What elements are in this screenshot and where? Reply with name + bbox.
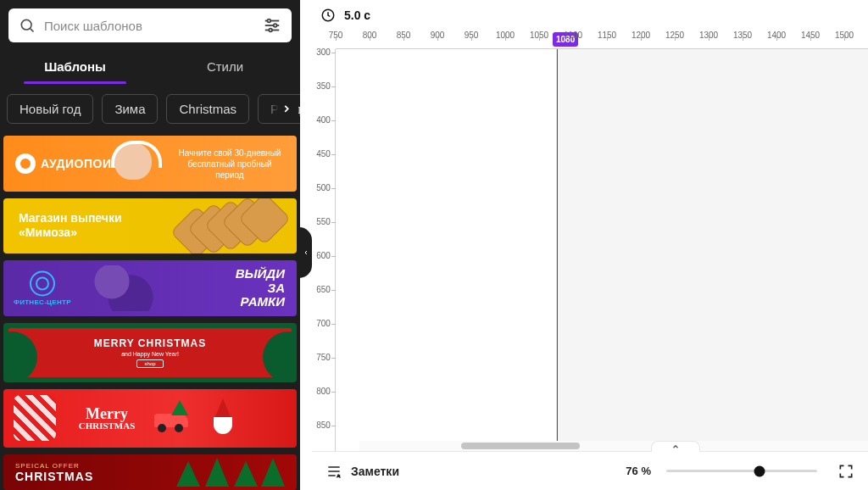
template-merry-festive[interactable]: MerryCHRISTMAS bbox=[3, 389, 297, 448]
zoom-slider-knob[interactable] bbox=[754, 465, 765, 476]
ruler-tick: 1150 bbox=[590, 31, 624, 40]
footer-bar: Заметки 76 % bbox=[312, 451, 868, 490]
templates-list: АУДИОПОИСК Начните свой 30-дневный беспл… bbox=[0, 136, 300, 490]
search-wrap bbox=[0, 0, 300, 47]
main: 5.0 с 1080 75080085090095010001050110011… bbox=[312, 0, 868, 490]
ruler-tick: 850 bbox=[387, 31, 420, 40]
ruler-tick: 1500 bbox=[827, 31, 861, 40]
horizontal-scrollbar[interactable] bbox=[359, 441, 868, 451]
chevron-right-icon bbox=[281, 103, 292, 114]
horizontal-ruler[interactable]: 1080 75080085090095010001050110011501200… bbox=[336, 31, 868, 49]
search-input[interactable] bbox=[44, 19, 254, 33]
sidebar-tabs: Шаблоны Стили bbox=[0, 47, 300, 84]
truck-illustration bbox=[154, 404, 205, 432]
ruler-tick: 650 bbox=[312, 285, 335, 294]
notes-label[interactable]: Заметки bbox=[351, 465, 399, 478]
ruler-tick: 1350 bbox=[726, 31, 760, 40]
headphones-illustration bbox=[101, 136, 169, 192]
notes-icon[interactable] bbox=[326, 463, 342, 480]
guide-line[interactable] bbox=[557, 49, 558, 451]
bread-illustration bbox=[170, 198, 297, 254]
canvas-area: 1080 75080085090095010001050110011501200… bbox=[312, 31, 868, 451]
ruler-tick: 1250 bbox=[658, 31, 692, 40]
chips-scroll-right[interactable] bbox=[263, 97, 298, 120]
template-christmas-offer[interactable]: SPEICAL OFFER CHRISTMAS bbox=[3, 454, 297, 490]
ruler-tick: 450 bbox=[312, 149, 335, 159]
svg-point-3 bbox=[268, 19, 271, 23]
duration-row[interactable]: 5.0 с bbox=[312, 0, 868, 31]
duration-value: 5.0 с bbox=[344, 8, 370, 22]
chip-newyear[interactable]: Новый год bbox=[7, 94, 93, 124]
ruler-tick: 300 bbox=[312, 47, 335, 57]
ruler-tick: 850 bbox=[312, 420, 335, 430]
footer-expand-tab[interactable] bbox=[651, 441, 700, 452]
template-fitness[interactable]: ФИТНЕС-ЦЕНТР ВЫЙДИЗАРАМКИ bbox=[3, 260, 297, 316]
ruler-tick: 1050 bbox=[522, 31, 556, 40]
template-merry-festive-text: MerryCHRISTMAS bbox=[61, 407, 153, 431]
zoom-value[interactable]: 76 % bbox=[626, 465, 651, 477]
clock-icon bbox=[320, 8, 336, 23]
canvas-page[interactable] bbox=[336, 49, 557, 451]
ruler-tick: 1000 bbox=[488, 31, 522, 40]
ruler-tick: 600 bbox=[312, 251, 335, 260]
ruler-tick: 900 bbox=[420, 31, 454, 40]
svg-point-5 bbox=[274, 24, 277, 27]
search-icon bbox=[19, 17, 36, 34]
vertical-ruler[interactable]: 300350400450500550600650700750800850 bbox=[312, 49, 336, 451]
ruler-tick: 800 bbox=[353, 31, 387, 40]
template-fitness-text: ВЫЙДИЗАРАМКИ bbox=[236, 267, 285, 309]
ruler-tick: 1200 bbox=[624, 31, 658, 40]
template-audio[interactable]: АУДИОПОИСК Начните свой 30-дневный беспл… bbox=[3, 136, 297, 192]
candy-illustration bbox=[14, 395, 56, 441]
template-merry-title: MERRY CHRISTMAS bbox=[94, 337, 206, 349]
chips-row: Новый год Зима Christmas Рождес bbox=[0, 84, 300, 136]
template-merry-btn: shop bbox=[136, 359, 163, 368]
ruler-tick: 1400 bbox=[760, 31, 793, 40]
svg-point-7 bbox=[269, 29, 272, 32]
template-merry-frame[interactable]: MERRY CHRISTMAS and Happy New Year! shop bbox=[3, 323, 297, 382]
ruler-tick: 700 bbox=[312, 319, 335, 328]
fullscreen-icon[interactable] bbox=[837, 463, 854, 480]
template-fitness-logo: ФИТНЕС-ЦЕНТР bbox=[14, 271, 71, 306]
fitness-illustration bbox=[75, 265, 168, 311]
ruler-tick: 950 bbox=[454, 31, 488, 40]
chip-winter[interactable]: Зима bbox=[102, 94, 158, 124]
scrollbar-thumb[interactable] bbox=[461, 443, 580, 449]
svg-line-1 bbox=[31, 29, 34, 32]
zoom-slider[interactable] bbox=[666, 470, 817, 472]
trees-illustration bbox=[156, 456, 292, 488]
ruler-tick: 800 bbox=[312, 387, 335, 396]
ruler-tick: 400 bbox=[312, 115, 335, 125]
tab-styles[interactable]: Стили bbox=[150, 47, 300, 84]
template-audio-text: Начните свой 30-дневный бесплатный пробн… bbox=[175, 147, 285, 180]
ruler-tick: 1300 bbox=[692, 31, 726, 40]
panel-divider bbox=[300, 0, 312, 490]
search-box[interactable] bbox=[8, 8, 292, 42]
chevron-left-icon bbox=[303, 248, 309, 258]
ruler-tick: 350 bbox=[312, 81, 335, 91]
template-bakery-text: Магазин выпечки«Мимоза» bbox=[19, 211, 122, 241]
wreath-icon bbox=[263, 331, 292, 377]
ruler-tick: 550 bbox=[312, 217, 335, 226]
template-merry-sub: and Happy New Year! bbox=[121, 351, 179, 357]
filter-icon[interactable] bbox=[263, 16, 281, 35]
collapse-panel-button[interactable] bbox=[299, 227, 312, 278]
svg-point-0 bbox=[21, 19, 31, 30]
gnome-illustration bbox=[209, 397, 237, 439]
wreath-icon bbox=[8, 331, 37, 377]
chip-christmas-en[interactable]: Christmas bbox=[166, 94, 249, 124]
ruler-tick: 500 bbox=[312, 183, 335, 192]
canvas-viewport[interactable] bbox=[336, 49, 868, 451]
ruler-tick: 1100 bbox=[556, 31, 590, 40]
template-bakery[interactable]: Магазин выпечки«Мимоза» bbox=[3, 198, 297, 254]
chevron-up-icon bbox=[670, 443, 681, 451]
ruler-tick: 1450 bbox=[793, 31, 827, 40]
tab-templates[interactable]: Шаблоны bbox=[0, 47, 150, 84]
sidebar: Шаблоны Стили Новый год Зима Christmas Р… bbox=[0, 0, 300, 490]
ruler-tick: 750 bbox=[312, 353, 335, 362]
ruler-tick: 750 bbox=[319, 31, 353, 40]
